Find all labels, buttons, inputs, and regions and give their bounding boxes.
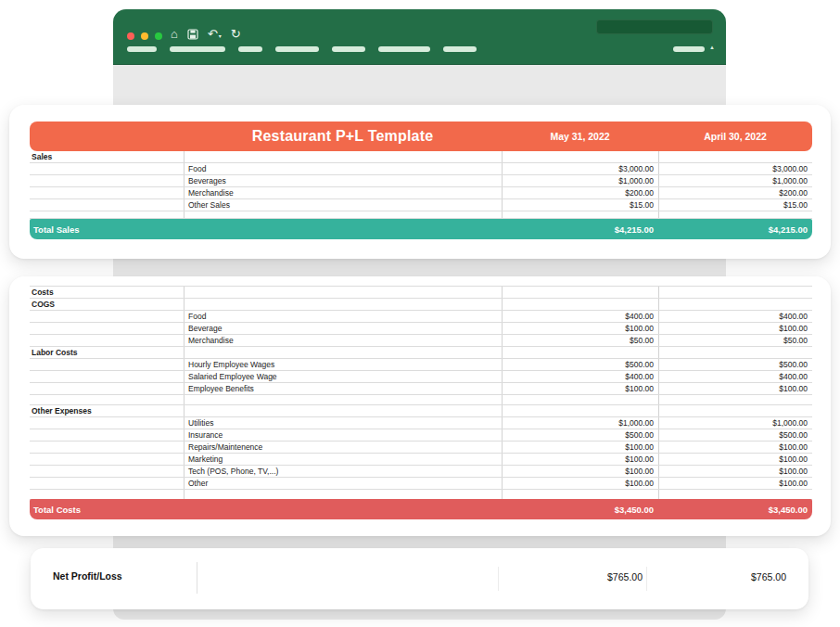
costs-grid: Costs COGS Food $400.00 $400.00 Beverage… [30, 286, 812, 500]
table-row: Merchandise $50.00 $50.00 [30, 335, 812, 347]
total-costs-april: $3,450.00 [658, 505, 812, 515]
redo-icon[interactable]: ↻ [231, 26, 241, 43]
ribbon-tab-dash[interactable] [443, 46, 477, 52]
cell-value-may: $1,000.00 [502, 175, 658, 186]
section-row: Other Expenses [30, 405, 812, 417]
cell-value-april: $1,000.00 [658, 417, 812, 429]
cell-value-april: $100.00 [658, 478, 812, 489]
section-label: Labor Costs [30, 347, 184, 358]
cell-label: Salaried Employee Wage [184, 371, 502, 382]
undo-caret-icon: ▾ [219, 28, 222, 45]
cell-label: Employee Benefits [184, 383, 502, 394]
search-box [596, 19, 713, 34]
divider [646, 567, 647, 591]
total-sales-bar: Total Sales $4,215.00 $4,215.00 [30, 219, 812, 239]
cell-value-april: $3,000.00 [658, 163, 812, 174]
cell-label: Other Sales [184, 199, 502, 211]
home-icon[interactable]: ⌂ [171, 26, 178, 43]
cell-value-april: $400.00 [658, 311, 812, 322]
total-costs-bar: Total Costs $3,450.00 $3,450.00 [30, 499, 812, 519]
traffic-light-zoom[interactable] [155, 32, 162, 40]
divider [498, 567, 499, 591]
empty-row [30, 211, 812, 219]
cell-value-april: $100.00 [658, 323, 812, 334]
cell-value-april: $500.00 [658, 359, 812, 370]
ribbon-tab-dash[interactable] [275, 46, 319, 52]
net-profit-value-may: $765.00 [607, 571, 643, 582]
undo-icon[interactable]: ↶▾ [208, 26, 222, 43]
table-row: Other $100.00 $100.00 [30, 478, 812, 490]
net-profit-value-april: $765.00 [751, 571, 786, 582]
ribbon-tab-dash[interactable] [378, 46, 430, 52]
ribbon-tab-dash[interactable] [170, 46, 225, 52]
table-row: Other Sales $15.00 $15.00 [30, 199, 812, 211]
cell-label: Marketing [184, 454, 502, 465]
ribbon-tab-dash[interactable] [127, 46, 157, 52]
table-row: Beverages $1,000.00 $1,000.00 [30, 175, 812, 187]
section-label: Other Expenses [30, 405, 184, 416]
divider [197, 562, 197, 594]
table-row: Beverage $100.00 $100.00 [30, 323, 812, 335]
table-row: Hourly Employee Wages $500.00 $500.00 [30, 359, 812, 371]
cell-label: Food [184, 311, 502, 322]
traffic-light-close[interactable] [127, 32, 134, 40]
ribbon-tab-dash[interactable] [332, 46, 365, 52]
cell-value-april: $50.00 [658, 335, 812, 346]
section-label: COGS [30, 299, 184, 310]
empty-row [30, 395, 812, 405]
cell-value-april: $400.00 [658, 371, 812, 382]
ribbon-tabs [127, 46, 477, 52]
traffic-lights [127, 32, 162, 40]
section-row: Costs [30, 287, 812, 299]
table-row: Marketing $100.00 $100.00 [30, 454, 812, 466]
column-header-april: April 30, 2022 [658, 131, 812, 142]
cell-value-may: $500.00 [502, 429, 658, 441]
cell-value-april: $1,000.00 [658, 175, 812, 186]
report-title: Restaurant P+L Template [184, 128, 502, 145]
cell-label: Beverages [184, 175, 502, 186]
total-sales-label: Total Sales [30, 224, 502, 235]
cell-label: Food [184, 163, 502, 174]
cell-value-may: $1,000.00 [502, 417, 658, 429]
column-header-may: May 31, 2022 [502, 131, 658, 142]
titlebar-toolbar: ⌂ ↶▾ ↻ [171, 26, 241, 43]
cell-value-may: $100.00 [502, 466, 658, 477]
cell-label: Repairs/Maintenence [184, 441, 502, 453]
cell-value-may: $100.00 [502, 454, 658, 465]
cell-label: Other [184, 478, 502, 489]
ribbon-tab-dash[interactable] [238, 46, 262, 52]
net-profit-card: Net Profit/Loss $765.00 $765.00 [31, 548, 808, 609]
section-row: COGS [30, 299, 812, 311]
cell-value-may: $100.00 [502, 441, 658, 453]
table-row: Tech (POS, Phone, TV,...) $100.00 $100.0… [30, 466, 812, 478]
total-costs-may: $3,450.00 [502, 505, 658, 515]
table-row: Food $400.00 $400.00 [30, 311, 812, 323]
section-row: Labor Costs [30, 347, 812, 359]
section-row: Sales [30, 151, 812, 163]
save-icon[interactable] [187, 29, 198, 40]
table-row: Repairs/Maintenence $100.00 $100.00 [30, 441, 812, 454]
section-label: Costs [30, 287, 184, 298]
total-costs-label: Total Costs [30, 505, 502, 515]
cell-value-april: $100.00 [658, 441, 812, 453]
cell-value-april: $100.00 [658, 466, 812, 477]
cell-label: Merchandise [184, 335, 502, 346]
costs-card: Costs COGS Food $400.00 $400.00 Beverage… [9, 276, 831, 536]
sales-card: Restaurant P+L Template May 31, 2022 Apr… [9, 105, 831, 259]
cell-value-may: $200.00 [502, 187, 658, 198]
cell-value-april: $100.00 [658, 383, 812, 394]
cell-label: Utilities [184, 417, 502, 429]
total-sales-april: $4,215.00 [658, 224, 812, 235]
ribbon-tab-dash-right[interactable] [673, 46, 705, 52]
cell-label: Insurance [184, 429, 502, 441]
cell-value-april: $200.00 [658, 187, 812, 198]
page: ⌂ ↶▾ ↻ [0, 0, 840, 627]
table-row: Utilities $1,000.00 $1,000.00 [30, 417, 812, 429]
table-row: Employee Benefits $100.00 $100.00 [30, 383, 812, 395]
traffic-light-minimize[interactable] [141, 32, 148, 40]
ribbon-collapse-caret-icon[interactable]: ▲ [709, 45, 715, 50]
sales-grid: Sales Food $3,000.00 $3,000.00 Beverages… [30, 151, 812, 219]
search-input[interactable] [602, 22, 714, 32]
cell-value-may: $3,000.00 [502, 163, 658, 174]
table-row: Salaried Employee Wage $400.00 $400.00 [30, 371, 812, 383]
